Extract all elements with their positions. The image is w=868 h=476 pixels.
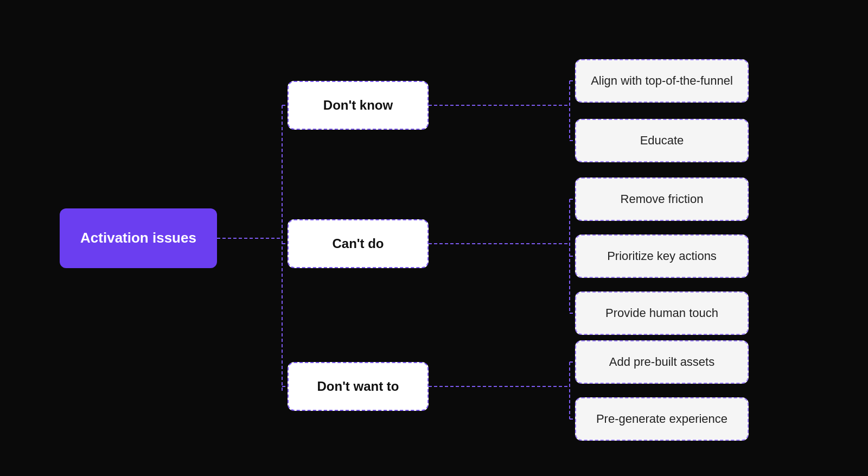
leaf2-label: Educate (640, 134, 684, 148)
root-label: Activation issues (80, 230, 196, 246)
leaf-node-remove-friction: Remove friction (575, 177, 749, 221)
root-node: Activation issues (60, 208, 217, 268)
leaf-node-human-touch: Provide human touch (575, 291, 749, 335)
leaf-node-prioritize: Prioritize key actions (575, 234, 749, 278)
leaf-node-pregenerate: Pre-generate experience (575, 397, 749, 441)
leaf3-label: Remove friction (621, 192, 704, 206)
leaf7-label: Pre-generate experience (596, 412, 727, 426)
mid1-label: Don't know (323, 98, 393, 113)
diagram: Activation issues Don't know Can't do Do… (27, 16, 841, 461)
leaf-node-prebuilt: Add pre-built assets (575, 340, 749, 384)
leaf6-label: Add pre-built assets (609, 355, 714, 369)
mid-node-dont-want: Don't want to (288, 362, 429, 411)
mid-node-dont-know: Don't know (288, 81, 429, 130)
mid-node-cant-do: Can't do (288, 219, 429, 268)
leaf-node-educate: Educate (575, 119, 749, 162)
leaf-node-align: Align with top-of-the-funnel (575, 59, 749, 103)
mid3-label: Don't want to (317, 379, 399, 394)
leaf1-label: Align with top-of-the-funnel (591, 74, 733, 88)
leaf4-label: Prioritize key actions (607, 249, 717, 263)
mid2-label: Can't do (332, 236, 384, 251)
leaf5-label: Provide human touch (605, 306, 718, 320)
